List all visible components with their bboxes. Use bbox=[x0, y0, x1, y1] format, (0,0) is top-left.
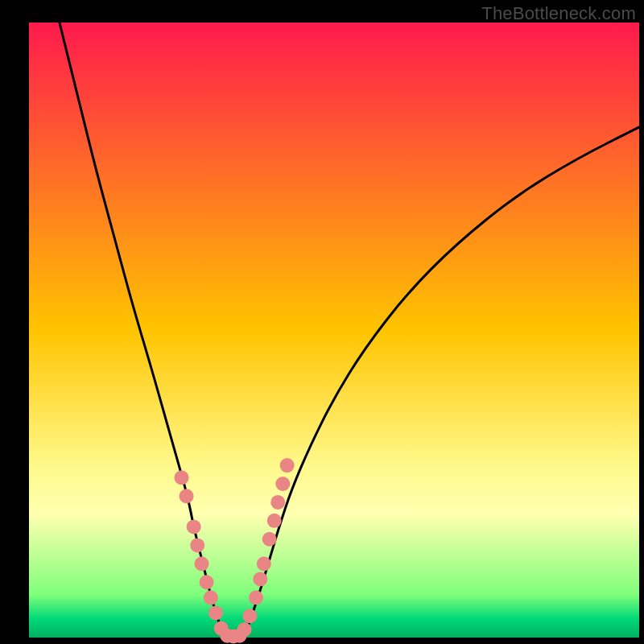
data-marker bbox=[175, 470, 189, 485]
data-marker bbox=[242, 609, 257, 623]
data-marker bbox=[270, 495, 285, 510]
plot-background bbox=[29, 23, 639, 638]
data-marker bbox=[190, 538, 204, 552]
data-marker bbox=[204, 590, 218, 605]
bottleneck-chart bbox=[0, 0, 644, 644]
data-marker bbox=[180, 489, 194, 503]
data-marker bbox=[200, 575, 214, 589]
chart-stage: TheBottleneck.com bbox=[0, 0, 644, 644]
data-marker bbox=[257, 556, 271, 571]
data-marker bbox=[267, 514, 282, 528]
data-marker bbox=[253, 572, 267, 586]
data-marker bbox=[275, 477, 290, 491]
data-marker bbox=[262, 532, 277, 547]
data-marker bbox=[280, 458, 295, 473]
data-marker bbox=[208, 605, 223, 620]
data-marker bbox=[195, 556, 209, 571]
data-marker bbox=[237, 622, 252, 637]
data-marker bbox=[187, 519, 201, 534]
data-marker bbox=[249, 590, 263, 605]
